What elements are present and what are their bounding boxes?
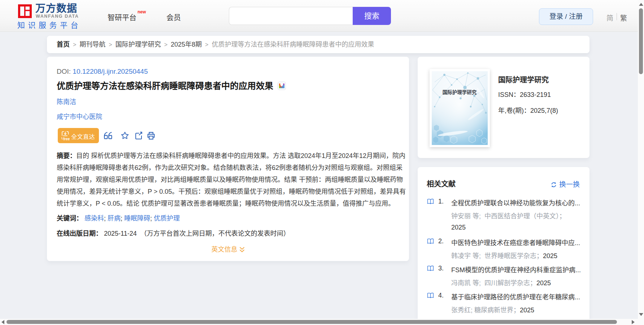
svg-text:国际护理学研究: 国际护理学研究 (443, 89, 477, 95)
svg-text:free: free (63, 137, 70, 141)
